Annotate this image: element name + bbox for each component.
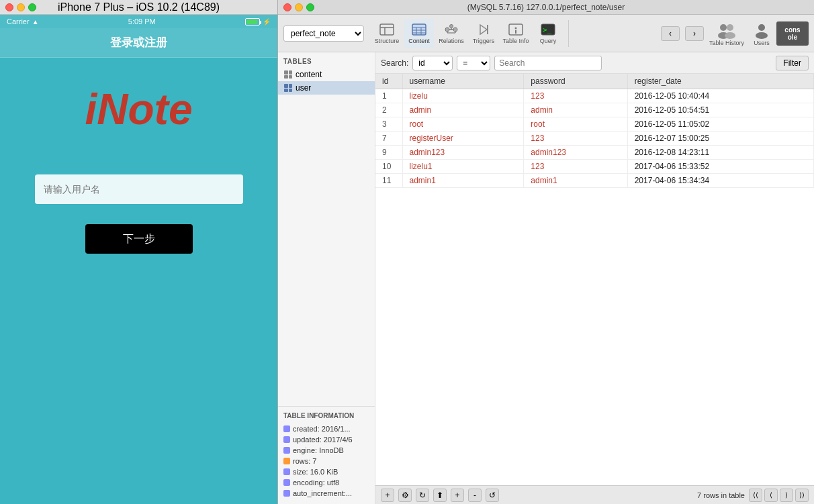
zoom-button[interactable] xyxy=(28,3,36,11)
db-sidebar: TABLES content xyxy=(278,52,375,504)
nav-forward-button[interactable]: › xyxy=(685,26,704,41)
table-icon-user xyxy=(283,83,293,93)
query-label: Query xyxy=(540,38,557,44)
table-row[interactable]: 10 lizelu1 123 2017-04-06 15:33:52 xyxy=(375,160,814,174)
table-name-content: content xyxy=(296,70,322,79)
table-info-icon xyxy=(508,23,524,36)
table-history-button[interactable]: Table History xyxy=(709,21,744,46)
cell-id: 9 xyxy=(375,146,402,160)
remove-row-button[interactable]: - xyxy=(468,489,482,502)
export-button[interactable]: ⬆ xyxy=(433,489,447,502)
table-row[interactable]: 1 lizelu 123 2016-12-05 10:40:44 xyxy=(375,89,814,103)
svg-point-12 xyxy=(450,24,453,28)
app-logo: iNote xyxy=(85,85,193,134)
nav-back-button[interactable]: ‹ xyxy=(661,26,680,41)
settings-button[interactable]: ⚙ xyxy=(398,489,412,502)
cell-register-date: 2016-12-05 11:05:02 xyxy=(627,117,813,132)
db-close-button[interactable] xyxy=(283,3,291,11)
refresh-button[interactable]: ↻ xyxy=(416,489,429,502)
svg-point-10 xyxy=(453,28,457,32)
info-dot-encoding xyxy=(283,479,290,486)
content-tab[interactable]: Content xyxy=(404,19,434,48)
structure-icon xyxy=(379,23,395,36)
add-row-button2[interactable]: + xyxy=(451,489,464,502)
relations-tab[interactable]: Relations xyxy=(437,19,466,48)
info-created: created: 2016/1... xyxy=(283,423,369,434)
info-dot-size xyxy=(283,468,290,475)
db-zoom-button[interactable] xyxy=(306,3,314,11)
relations-icon xyxy=(443,23,459,36)
col-header-id[interactable]: id xyxy=(375,74,402,89)
svg-text:>_: >_ xyxy=(543,26,552,34)
tables-section-title: TABLES xyxy=(278,52,375,68)
database-select[interactable]: perfect_note xyxy=(283,26,364,42)
charge-icon: ⚡ xyxy=(263,18,271,26)
col-header-register-date[interactable]: register_date xyxy=(627,74,813,89)
simulator-panel: iPhone 7 Plus – iOS 10.2 (14C89) Carrier… xyxy=(0,0,278,504)
sync-button[interactable]: ↺ xyxy=(486,489,499,502)
info-dot-engine xyxy=(283,447,290,454)
cell-id: 10 xyxy=(375,160,402,174)
close-button[interactable] xyxy=(5,3,13,11)
db-body: TABLES content xyxy=(278,52,814,504)
page-prev-button[interactable]: ⟨ xyxy=(764,489,778,502)
time-label: 5:09 PM xyxy=(128,17,156,26)
username-input[interactable] xyxy=(35,174,243,204)
search-field-select[interactable]: id xyxy=(412,56,453,70)
search-operator-select[interactable]: = xyxy=(457,56,490,70)
cell-register-date: 2016-12-08 14:23:11 xyxy=(627,146,813,160)
cell-id: 1 xyxy=(375,89,402,103)
add-row-button[interactable]: + xyxy=(381,489,394,502)
device-screen: Carrier ▲ 5:09 PM ⚡ 登录或注册 iNote 下一步 xyxy=(0,15,277,504)
battery-indicator xyxy=(245,18,260,26)
info-dot-rows xyxy=(283,458,290,464)
db-window-controls xyxy=(283,3,314,11)
pagination-buttons: ⟨⟨ ⟨ ⟩ ⟩⟩ xyxy=(749,489,809,502)
sidebar-item-user[interactable]: user xyxy=(278,81,375,95)
console-button[interactable]: cons ole xyxy=(776,21,809,46)
table-row[interactable]: 3 root root 2016-12-05 11:05:02 xyxy=(375,117,814,132)
content-label: Content xyxy=(408,38,430,44)
col-header-password[interactable]: password xyxy=(524,74,627,89)
page-next-button[interactable]: ⟩ xyxy=(780,489,793,502)
query-tab[interactable]: >_ Query xyxy=(533,19,563,48)
structure-tab[interactable]: Structure xyxy=(372,19,402,48)
toolbar-separator xyxy=(568,20,569,47)
table-row[interactable]: 11 admin1 admin1 2017-04-06 15:34:34 xyxy=(375,174,814,188)
cell-register-date: 2017-04-06 15:33:52 xyxy=(627,160,813,174)
info-rows: rows: 7 xyxy=(283,456,369,466)
cell-password: admin1 xyxy=(524,174,627,188)
page-last-button[interactable]: ⟩⟩ xyxy=(795,489,809,502)
cell-register-date: 2016-12-07 15:00:25 xyxy=(627,132,813,146)
cell-username: registerUser xyxy=(402,132,524,146)
db-minimize-button[interactable] xyxy=(295,3,303,11)
search-input[interactable] xyxy=(494,56,602,70)
content-icon xyxy=(411,23,427,36)
table-history-label: Table History xyxy=(709,40,744,46)
minimize-button[interactable] xyxy=(17,3,25,11)
triggers-icon xyxy=(476,23,492,36)
cell-password: 123 xyxy=(524,89,627,103)
users-icon xyxy=(752,21,771,40)
table-row[interactable]: 9 admin123 admin123 2016-12-08 14:23:11 xyxy=(375,146,814,160)
svg-point-29 xyxy=(756,32,768,39)
search-label: Search: xyxy=(381,58,408,68)
triggers-tab[interactable]: Triggers xyxy=(469,19,498,48)
svg-rect-3 xyxy=(412,24,426,35)
next-button[interactable]: 下一步 xyxy=(85,224,193,254)
users-button[interactable]: Users xyxy=(752,21,771,46)
page-first-button[interactable]: ⟨⟨ xyxy=(749,489,762,502)
table-info-tab[interactable]: Table Info xyxy=(501,19,531,48)
col-header-username[interactable]: username xyxy=(402,74,524,89)
info-dot-autoincrement xyxy=(283,490,290,497)
info-auto-increment: auto_increment:... xyxy=(283,488,369,499)
table-row[interactable]: 7 registerUser 123 2016-12-07 15:00:25 xyxy=(375,132,814,146)
cell-username: admin xyxy=(402,103,524,117)
filter-button[interactable]: Filter xyxy=(776,56,809,70)
sidebar-item-content[interactable]: content xyxy=(278,68,375,81)
window-controls xyxy=(5,3,36,11)
cell-username: admin123 xyxy=(402,146,524,160)
info-size: size: 16.0 KiB xyxy=(283,466,369,477)
table-row[interactable]: 2 admin admin 2016-12-05 10:54:51 xyxy=(375,103,814,117)
svg-point-27 xyxy=(725,32,735,39)
